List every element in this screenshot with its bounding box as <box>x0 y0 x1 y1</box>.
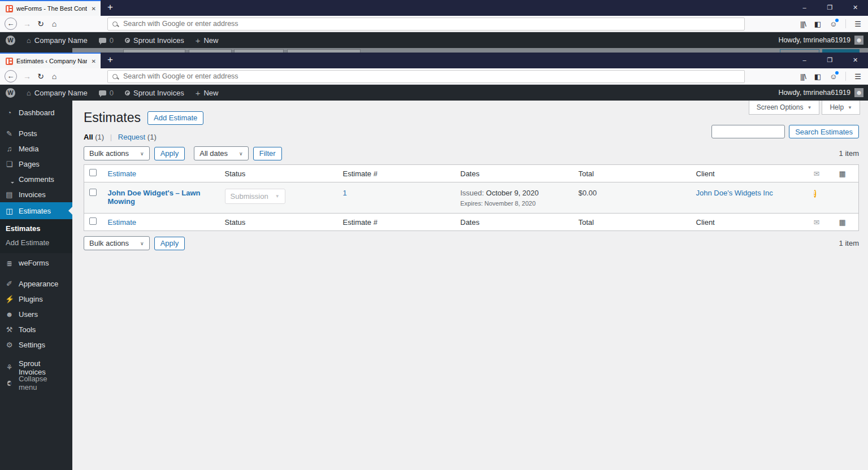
sidebar-item-appearance[interactable]: ✐ Appearance <box>0 276 72 291</box>
refresh-icon[interactable]: ↻ <box>34 19 47 28</box>
sidebar-toggle-icon[interactable]: ◧ <box>814 72 821 81</box>
users-icon: ☻ <box>5 310 14 319</box>
help-button[interactable]: Help ▼ <box>822 101 860 115</box>
apply-button[interactable]: Apply <box>154 147 185 160</box>
column-estimate-sort-link[interactable]: Estimate <box>108 218 137 227</box>
collapse-menu-icon: ◀ <box>5 378 14 388</box>
back-icon[interactable]: ← <box>5 70 17 82</box>
sidebar-item-weforms[interactable]: ☰ weForms <box>0 255 72 271</box>
sidebar-item-settings[interactable]: ⚙ Settings <box>0 337 72 352</box>
search-estimates-input[interactable] <box>711 125 785 138</box>
site-name-menu[interactable]: ⌂ Company Name <box>21 85 93 101</box>
sidebar-item-plugins[interactable]: ⚡ Plugins <box>0 291 72 307</box>
sprout-invoices-menu[interactable]: Sprout Invoices <box>119 32 190 48</box>
url-bar[interactable] <box>107 70 745 83</box>
wordpress-logo-icon: W <box>6 88 15 98</box>
estimates-icon: ◫ <box>5 207 14 215</box>
menu-icon[interactable]: ☰ <box>854 20 861 28</box>
new-tab-button[interactable]: + <box>101 0 120 16</box>
sidebar-item-pages[interactable]: ❏ Pages <box>0 156 72 172</box>
new-content-menu[interactable]: + New <box>190 32 224 48</box>
sidebar-item-label: Comments <box>19 175 54 184</box>
bulk-actions-select[interactable]: Bulk actions ∨ <box>84 236 150 250</box>
sidebar-item-media[interactable]: ♫ Media <box>0 141 72 156</box>
site-name-menu[interactable]: ⌂ Company Name <box>21 32 93 48</box>
minimize-button[interactable]: – <box>792 53 817 68</box>
view-all-link[interactable]: All <box>84 133 93 141</box>
home-icon[interactable]: ⌂ <box>47 19 61 28</box>
sidebar-item-dashboard[interactable]: ◔ Dashboard <box>0 105 72 120</box>
search-estimates-button[interactable]: Search Estimates <box>789 125 859 138</box>
menu-icon[interactable]: ☰ <box>854 72 861 81</box>
new-tab-button[interactable]: + <box>101 53 120 68</box>
filter-button[interactable]: Filter <box>253 147 282 160</box>
restore-button[interactable]: ❐ <box>817 0 843 16</box>
account-icon[interactable]: ☺ <box>830 20 837 28</box>
sidebar-item-comments[interactable]: Comments <box>0 172 72 187</box>
url-input[interactable] <box>122 19 740 28</box>
wp-logo-menu[interactable]: W <box>0 85 21 101</box>
wp-logo-menu[interactable]: W <box>0 32 21 48</box>
sidebar-item-tools[interactable]: ⚒ Tools <box>0 322 72 337</box>
sidebar-item-sprout-invoices[interactable]: ⚘ Sprout Invoices <box>0 360 72 375</box>
comments-menu[interactable]: 0 <box>93 85 119 101</box>
plus-icon: + <box>196 88 201 98</box>
bulk-actions-select[interactable]: Bulk actions ∨ <box>84 146 150 160</box>
apply-button[interactable]: Apply <box>154 237 185 250</box>
account-area[interactable]: Howdy, tmrineha61919 ☻ <box>778 88 868 97</box>
forward-icon[interactable]: → <box>20 19 34 28</box>
column-estimate-sort-link[interactable]: Estimate <box>108 169 137 178</box>
sidebar-item-label: Invoices <box>19 190 46 199</box>
back-icon[interactable]: ← <box>5 18 17 30</box>
screen-options-button[interactable]: Screen Options ▼ <box>749 101 820 115</box>
site-name: Company Name <box>34 36 88 45</box>
list-controls-top: Bulk actions ∨ Apply All dates ∨ Filter … <box>84 146 859 160</box>
refresh-icon[interactable]: ↻ <box>34 72 47 81</box>
new-content-menu[interactable]: + New <box>190 85 224 101</box>
account-icon[interactable]: ☺ <box>830 72 837 81</box>
view-request-link[interactable]: Request <box>118 133 145 141</box>
sidebar-separator <box>0 271 72 276</box>
submenu-item-add-estimate[interactable]: Add Estimate <box>0 236 72 250</box>
library-icon[interactable]: |||\ <box>800 72 806 81</box>
sprout-invoices-icon: ⚘ <box>5 363 14 372</box>
comments-menu[interactable]: 0 <box>93 32 119 48</box>
estimate-title-link[interactable]: John Doe Widget's – Lawn Mowing <box>108 189 201 206</box>
forward-icon[interactable]: → <box>20 72 34 81</box>
library-icon[interactable]: |||\ <box>800 20 806 28</box>
sidebar-toggle-icon[interactable]: ◧ <box>814 20 821 28</box>
screen-meta-links: Screen Options ▼ Help ▼ <box>749 101 860 115</box>
sidebar-item-estimates[interactable]: ◫ Estimates <box>0 202 72 219</box>
column-client: Client <box>691 214 809 231</box>
date-filter-select[interactable]: All dates ∨ <box>194 146 248 160</box>
notes-icon: ▦ <box>839 169 846 178</box>
sidebar-item-users[interactable]: ☻ Users <box>0 307 72 322</box>
url-input[interactable] <box>122 72 740 81</box>
tab-estimates[interactable]: Estimates ‹ Company Name — ✕ <box>0 53 101 68</box>
tab-weforms[interactable]: weForms - The Best Contact Fo ✕ <box>0 0 101 16</box>
client-link[interactable]: John Doe's Widgets Inc <box>696 189 773 197</box>
sprout-invoices-menu[interactable]: Sprout Invoices <box>119 85 190 101</box>
estimate-number-link[interactable]: 1 <box>343 189 347 197</box>
close-button[interactable]: ✕ <box>843 53 868 68</box>
howdy-text: Howdy, tmrineha61919 <box>778 36 850 44</box>
restore-button[interactable]: ❐ <box>817 53 843 68</box>
add-estimate-button[interactable]: Add Estimate <box>147 111 203 125</box>
sidebar-item-collapse-menu[interactable]: ◀ Collapse menu <box>0 375 72 390</box>
sidebar-item-posts[interactable]: ✎ Posts <box>0 126 72 141</box>
minimize-button[interactable]: – <box>792 0 817 16</box>
window1-page-sliver <box>0 48 868 53</box>
close-button[interactable]: ✕ <box>843 0 868 16</box>
url-bar[interactable] <box>107 18 745 31</box>
account-area[interactable]: Howdy, tmrineha61919 ☻ <box>778 36 868 45</box>
row-checkbox[interactable] <box>89 189 97 196</box>
select-all-checkbox[interactable] <box>89 169 97 176</box>
home-icon[interactable]: ⌂ <box>47 72 61 81</box>
select-all-checkbox[interactable] <box>89 217 97 225</box>
expires-label: Expires: <box>461 200 483 207</box>
tab-close-icon[interactable]: ✕ <box>90 6 97 12</box>
submenu-item-estimates[interactable]: Estimates <box>0 221 72 236</box>
status-select[interactable]: Submission ▼ <box>225 189 285 204</box>
sidebar-item-invoices[interactable]: ▤ Invoices <box>0 187 72 202</box>
tab-close-icon[interactable]: ✕ <box>90 58 97 64</box>
